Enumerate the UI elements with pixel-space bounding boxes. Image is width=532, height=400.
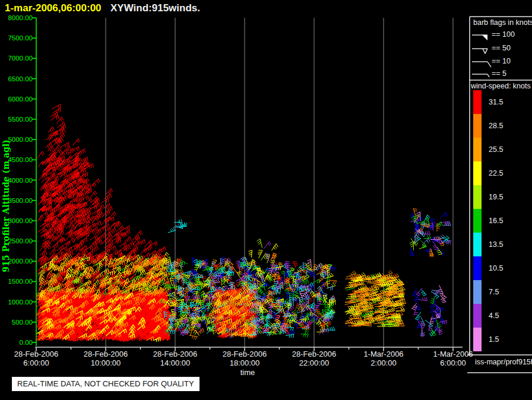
y-tick-label: 5500.00 [0,116,33,123]
x-tick-time: 10:00:00 [73,358,138,367]
y-tick-label: 3500.00 [0,197,33,204]
barb-cluster-evening-high-sprigs [243,239,278,265]
colorbar-label: 28.5 [489,122,503,130]
source-label: iss-mapr/prof915h [475,358,532,366]
y-tick-label: 500.00 [0,319,33,326]
colorbar-label: 4.5 [489,312,499,320]
y-tick-label: 6000.00 [0,96,33,103]
colorbar-label: 1.5 [489,335,499,344]
colorbar-label: 25.5 [489,145,503,154]
x-tick-date: 28-Feb-2006 [212,350,277,358]
colorbar-label: 7.5 [489,288,499,296]
x-tick-label: 28-Feb-20066:00:00 [4,350,69,367]
x-tick-label: 28-Feb-200618:00:00 [212,350,277,367]
quality-warning: REAL-TIME DATA, NOT CHECKED FOR QUALITY [12,377,200,391]
barb-cluster-evening-mix [241,259,337,338]
colorbar-label: 22.5 [489,169,503,177]
colorbar-swatch [473,209,482,233]
barb-cluster-mixed-band [36,252,171,299]
colorbar-label: 13.5 [489,240,503,249]
colorbar-swatch [473,304,482,328]
y-tick-label: 5000.00 [0,136,33,143]
y-tick-label: 6500.00 [0,75,33,82]
y-tick-label: 4500.00 [0,156,33,163]
y-tick-label: 8000.00 [0,14,33,21]
barb-cluster-late-low-purple [412,285,447,337]
colorbar-title: wind-speed: knots [471,82,531,90]
colorbar-swatch [473,90,482,114]
y-tick-label: 2500.00 [0,237,33,245]
barb-flag-glyph-full-barb [472,62,491,67]
colorbar-swatch [473,256,482,280]
barb-legend-row-label: == 5 [492,69,506,78]
y-tick-label: 4000.00 [0,177,33,184]
x-tick-label: 28-Feb-200614:00:00 [142,350,208,367]
y-tick-label: 1000.00 [0,299,33,306]
y-tick-label: 2000.00 [0,258,33,265]
wind-barbs [36,104,451,342]
x-tick-label: 1-Mar-20062:00:00 [351,350,416,367]
barb-flag-glyph-pennant-solid [472,35,487,40]
colorbar-swatch [473,328,482,351]
colorbar-swatch [473,161,482,185]
x-tick-time: 14:00:00 [142,358,208,367]
barb-cluster-late-high-blue [410,209,451,257]
barb-cluster-cyan-streak [168,220,187,233]
x-tick-time: 2:00:00 [351,358,416,367]
barb-legend-row-label: == 100 [492,30,515,39]
y-tick-label: 3000.00 [0,217,33,224]
colorbar-label: 10.5 [489,264,503,272]
y-tick-label: 0.00 [0,339,33,346]
barb-flag-glyph-pennant-outline [472,49,487,53]
barb-cluster-red-spike-columns [37,104,166,261]
y-tick-label: 7000.00 [0,55,33,62]
x-tick-date: 28-Feb-2006 [4,350,69,358]
colorbar-swatch [473,138,482,161]
x-tick-time: 22:00:00 [281,358,347,367]
x-tick-date: 28-Feb-2006 [73,350,138,358]
x-tick-time: 6:00:00 [4,358,69,367]
x-tick-date: 28-Feb-2006 [142,350,208,358]
colorbar-swatch [473,185,482,209]
colorbar-label: 16.5 [489,217,503,225]
y-tick-label: 1500.00 [0,278,33,285]
barb-legend-title: barb flags in knots [473,18,532,27]
barb-legend-row-label: == 50 [492,44,511,52]
wind-barb-plot [0,0,532,400]
x-tick-time: 18:00:00 [212,358,277,367]
colorbar-swatch [473,233,482,256]
x-tick-date: 28-Feb-2006 [281,350,347,358]
x-axis-name: time [230,368,265,377]
x-tick-date: 1-Mar-2006 [351,350,416,358]
barb-cluster-night-orange [345,271,406,327]
colorbar-label: 31.5 [489,98,503,106]
x-tick-label: 28-Feb-200622:00:00 [281,350,347,367]
y-tick-label: 7500.00 [0,34,33,42]
wind-profiler-display: 1-mar-2006,06:00:00 XYWind:915winds. 915… [0,0,532,400]
colorbar-swatch [473,280,482,304]
colorbar-label: 19.5 [489,193,503,201]
colorbar-swatch [473,114,482,138]
barb-legend-row-label: == 10 [492,57,511,65]
x-tick-label: 28-Feb-200610:00:00 [73,350,138,367]
barb-flag-glyph-half-barb [472,74,489,77]
